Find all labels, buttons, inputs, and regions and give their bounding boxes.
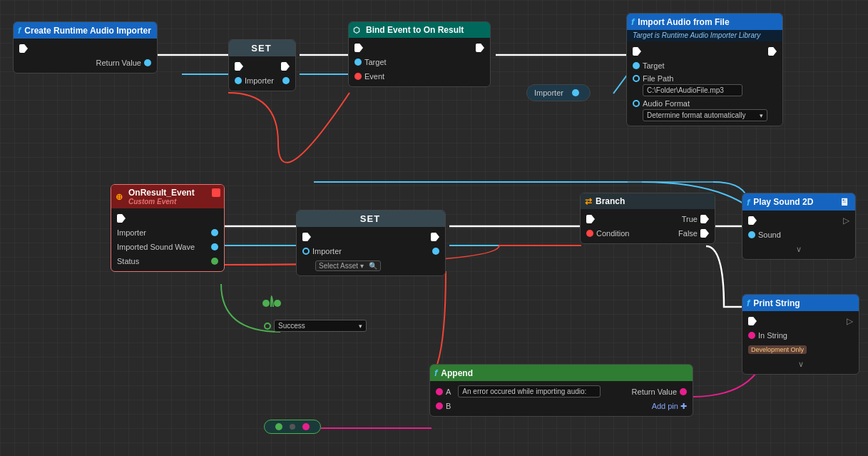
append-f-icon: f	[434, 368, 437, 378]
import-audio-header: f Import Audio from File	[627, 14, 782, 30]
bind-icon: ⬡	[353, 26, 360, 35]
filepath-input[interactable]	[643, 84, 742, 96]
print-instring-row: In String	[742, 328, 859, 343]
branch-false-pin[interactable]	[700, 229, 709, 238]
custom-event-badge	[212, 188, 220, 197]
set1-importer-row: Importer	[229, 74, 295, 88]
success-chevron: ▾	[359, 323, 362, 330]
print-exec-out: ▷	[847, 316, 853, 326]
on-result-importer-pin[interactable]	[211, 229, 218, 236]
success-dropdown[interactable]: Success ▾	[274, 320, 367, 332]
append-b-row: B Add pin ✚	[430, 399, 693, 413]
format-dropdown-wrap: Determine format automatically ▾	[643, 109, 767, 121]
success-in-pin[interactable]	[264, 323, 271, 330]
import-target-label: Target	[643, 61, 665, 70]
success-dropdown-row: Success ▾	[264, 320, 367, 332]
import-target-pin[interactable]	[633, 62, 640, 69]
set1-importer-out[interactable]	[282, 77, 290, 84]
importer-bubble-row: Importer	[527, 85, 590, 101]
append-a-row: A Return Value	[430, 384, 693, 399]
set2-importer-in[interactable]	[302, 248, 310, 255]
play-sound-body: ▷ Sound ∨	[742, 211, 855, 259]
bottom-bar	[264, 420, 321, 434]
set2-importer-row: Importer	[297, 244, 445, 258]
branch-exec-row: True	[581, 212, 715, 226]
importer-bubble-pin[interactable]	[572, 89, 579, 96]
bottom-pin-3[interactable]	[302, 423, 310, 430]
play-expand-row: ∨	[742, 242, 855, 256]
format-pin[interactable]	[633, 100, 640, 107]
print-devonly-row: Development Only	[742, 343, 859, 357]
set1-importer-in[interactable]	[235, 77, 242, 84]
node-branch: ⇄ Branch True Condition False	[580, 193, 715, 244]
print-exec-in[interactable]	[748, 317, 757, 325]
import-audio-body: Target File Path Audio Format Determine …	[627, 41, 782, 126]
import-exec-in[interactable]	[633, 47, 641, 56]
print-expand-icon[interactable]: ∨	[798, 360, 804, 369]
on-result-exec-row	[111, 211, 224, 226]
exec-out-pin[interactable]	[19, 44, 28, 53]
bind-target-label: Target	[364, 58, 387, 66]
branch-condition-label: Condition	[596, 229, 629, 238]
append-a-pin[interactable]	[436, 388, 443, 395]
append-addpin-label[interactable]: Add pin ✚	[652, 402, 687, 411]
set1-header: SET	[229, 40, 295, 56]
print-expand-row: ∨	[742, 357, 859, 371]
play-sound-header: f Play Sound 2D 🖥	[742, 193, 855, 211]
print-string-header: f Print String	[742, 295, 859, 311]
branch-condition-row: Condition False	[581, 226, 715, 240]
filepath-pin[interactable]	[633, 75, 640, 82]
teal-pin-1[interactable]	[262, 300, 270, 307]
node-import-audio: f Import Audio from File Target is Runti…	[626, 13, 783, 126]
create-runtime-header: f Create Runtime Audio Importer	[14, 22, 157, 39]
append-return-label: Return Value	[632, 387, 677, 396]
teal-pin-2[interactable]	[274, 300, 281, 307]
wire-exec-7	[706, 246, 742, 307]
format-dropdown-value: Determine format automatically	[647, 111, 745, 119]
play-sound-pin[interactable]	[748, 231, 755, 238]
print-instring-pin[interactable]	[748, 332, 755, 339]
branch-true-pin[interactable]	[700, 215, 709, 223]
format-dropdown[interactable]: Determine format automatically ▾	[643, 109, 767, 121]
bind-target-pin[interactable]	[354, 59, 362, 66]
bind-event-body: Target Event	[349, 38, 490, 86]
bind-exec-in[interactable]	[354, 44, 363, 52]
append-a-input[interactable]	[458, 385, 601, 397]
wire-red-to-append	[432, 271, 446, 377]
on-result-importer-row: Importer	[111, 226, 224, 240]
set1-exec-in[interactable]	[235, 62, 243, 71]
set2-importer-out[interactable]	[432, 248, 439, 255]
on-result-status-label: Status	[117, 257, 139, 265]
play-sound-row: Sound	[742, 228, 855, 242]
on-result-exec-out[interactable]	[117, 214, 126, 223]
print-string-body: ▷ In String Development Only ∨	[742, 311, 859, 374]
branch-exec-in[interactable]	[586, 215, 595, 223]
select-asset-dropdown[interactable]: Select Asset ▾ 🔍	[315, 260, 381, 271]
append-b-pin[interactable]	[436, 402, 443, 410]
success-dropdown-container: Success ▾	[264, 320, 367, 332]
import-exec-out[interactable]	[768, 47, 777, 56]
return-value-pin[interactable]	[144, 59, 151, 66]
on-result-sound-pin[interactable]	[211, 243, 218, 250]
monitor-icon: 🖥	[839, 196, 849, 208]
node-create-runtime: f Create Runtime Audio Importer Return V…	[13, 21, 158, 74]
bind-exec-out[interactable]	[476, 44, 484, 52]
branch-header: ⇄ Branch	[581, 193, 715, 209]
set2-exec-out[interactable]	[431, 233, 439, 241]
append-return-pin[interactable]	[680, 388, 687, 395]
bind-event-pin[interactable]	[354, 73, 362, 80]
import-filepath-row: File Path	[627, 73, 782, 98]
bind-event-label: Event	[364, 72, 384, 81]
on-result-status-pin[interactable]	[211, 258, 218, 265]
bottom-pin-1[interactable]	[275, 423, 282, 430]
branch-condition-pin[interactable]	[586, 230, 593, 237]
bottom-pin-2[interactable]	[290, 424, 295, 430]
set2-exec-in[interactable]	[302, 233, 311, 241]
bind-exec-row	[349, 41, 490, 55]
bind-target-row: Target	[349, 55, 490, 69]
play-exec-in[interactable]	[748, 216, 757, 225]
dev-only-badge: Development Only	[748, 345, 807, 354]
search-icon[interactable]: 🔍	[369, 262, 377, 270]
expand-icon[interactable]: ∨	[796, 245, 802, 254]
set1-exec-out[interactable]	[281, 62, 290, 71]
